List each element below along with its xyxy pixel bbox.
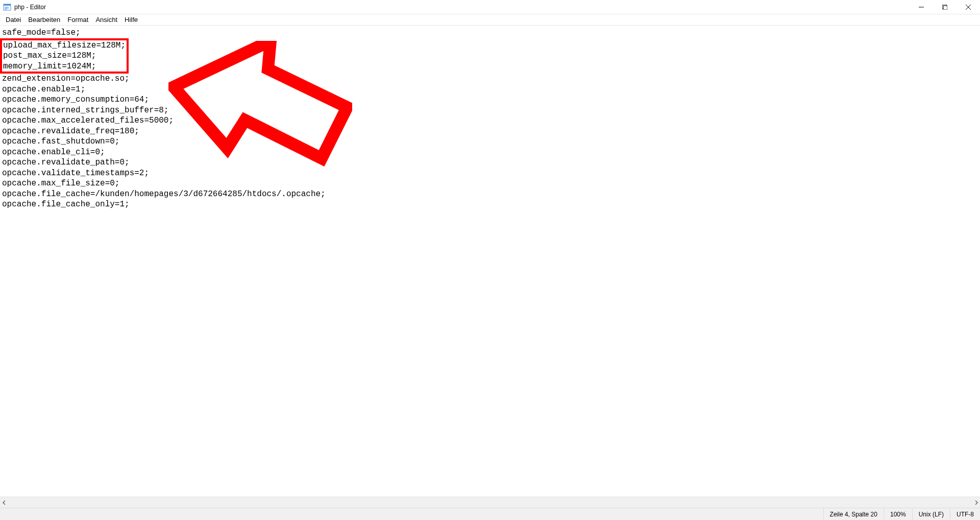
- titlebar: php - Editor: [0, 0, 980, 14]
- editor-text-before: safe_mode=false;: [2, 28, 81, 37]
- app-icon: [3, 3, 11, 11]
- editor-area: safe_mode=false; upload_max_filesize=128…: [0, 26, 980, 508]
- highlighted-lines: upload_max_filesize=128M; post_max_size=…: [0, 38, 129, 74]
- horizontal-scrollbar[interactable]: [0, 497, 980, 508]
- status-zoom: 100%: [884, 508, 912, 520]
- menu-ansicht[interactable]: Ansicht: [92, 15, 121, 25]
- editor-text-after: zend_extension=opcache.so; opcache.enabl…: [2, 74, 326, 209]
- window-title: php - Editor: [14, 4, 46, 11]
- status-position: Zeile 4, Spalte 20: [823, 508, 884, 520]
- menu-hilfe[interactable]: Hilfe: [121, 15, 141, 25]
- maximize-button[interactable]: [933, 0, 957, 14]
- menubar: Datei Bearbeiten Format Ansicht Hilfe: [0, 14, 980, 26]
- scroll-left-icon[interactable]: [0, 498, 9, 507]
- svg-rect-7: [943, 6, 947, 10]
- app-window: php - Editor Datei Bearbeiten Format Ans…: [0, 0, 980, 520]
- statusbar: Zeile 4, Spalte 20 100% Unix (LF) UTF-8: [0, 508, 980, 520]
- menu-bearbeiten[interactable]: Bearbeiten: [24, 15, 64, 25]
- scroll-right-icon[interactable]: [971, 498, 980, 507]
- status-encoding: UTF-8: [950, 508, 980, 520]
- minimize-button[interactable]: [910, 0, 933, 14]
- status-line-ending: Unix (LF): [912, 508, 950, 520]
- text-editor[interactable]: safe_mode=false; upload_max_filesize=128…: [0, 26, 980, 497]
- svg-rect-1: [4, 4, 11, 6]
- menu-format[interactable]: Format: [64, 15, 92, 25]
- menu-datei[interactable]: Datei: [2, 15, 24, 25]
- close-button[interactable]: [957, 0, 980, 14]
